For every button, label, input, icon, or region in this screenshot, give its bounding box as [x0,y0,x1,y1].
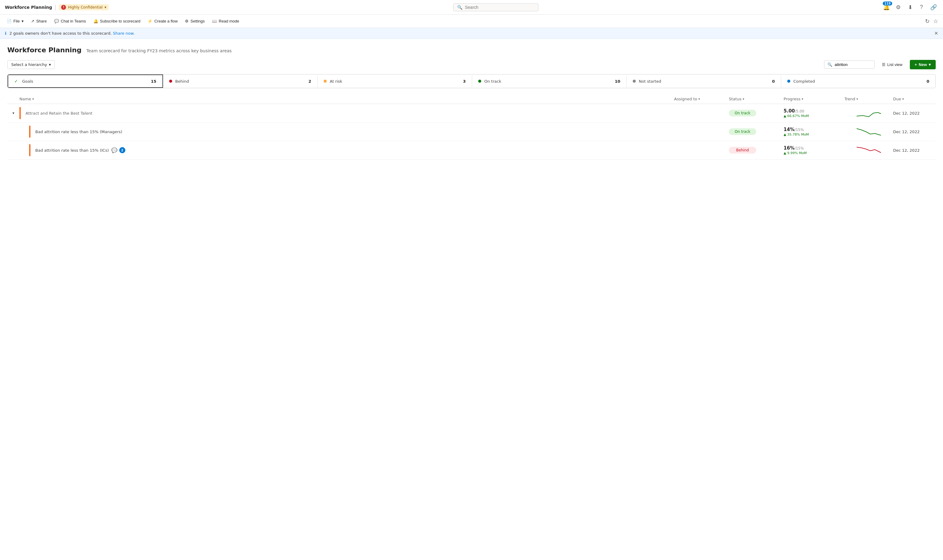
status-badge: Behind [729,147,756,154]
trend-cell [844,144,893,156]
chevron-down-icon: ▾ [698,97,700,101]
comment-count: 2 [119,147,125,153]
col-progress[interactable]: Progress ▾ [784,97,844,101]
trend-cell [844,107,893,119]
search-small-box[interactable]: 🔍 [824,60,875,69]
confidential-label: Highly Confidential [68,5,103,9]
due-date: Dec 12, 2022 [893,148,936,152]
share-icon-button[interactable]: 🔗 [929,3,938,12]
progress-mom: ▲ 35.78% MoM [784,132,844,137]
page-title: Workforce Planning [7,46,82,54]
stat-goals[interactable]: ✓ Goals 15 [8,74,163,88]
hierarchy-select[interactable]: Select a hierarchy ▾ [7,60,55,69]
list-icon: ☰ [882,62,886,67]
chevron-down-icon: ▾ [12,111,14,115]
status-bar [29,126,31,138]
progress-mom: ▲ 9.99% MoM [784,151,844,155]
banner-text: ℹ 2 goals owners don't have access to th… [5,31,135,35]
new-button[interactable]: + New ▾ [910,60,936,69]
stat-atrisk[interactable]: At risk 3 [317,75,472,87]
row-collapse-icon[interactable]: ▾ [7,111,20,115]
refresh-button[interactable]: ↻ [924,17,931,26]
banner-close-button[interactable]: ✕ [934,31,938,36]
chevron-down-icon: ▾ [801,97,803,101]
notification-button[interactable]: 🔔 119 [883,4,890,10]
chevron-down-icon: ▾ [743,97,744,101]
list-view-button[interactable]: ☰ List view [878,60,906,69]
create-flow-button[interactable]: ⚡ Create a flow [145,17,181,25]
confidential-icon: ! [61,5,66,10]
progress-target: /5.00 [795,109,804,114]
file-menu-button[interactable]: 📄 File ▾ [4,17,27,25]
read-mode-button[interactable]: 📖 Read mode [209,17,242,25]
info-banner: ℹ 2 goals owners don't have access to th… [0,28,943,39]
flow-icon: ⚡ [148,19,153,23]
notification-badge: 119 [883,2,892,6]
progress-value: 14% [784,127,795,132]
main-content: Workforce Planning Team scorecard for tr… [0,39,943,160]
top-bar: Workforce Planning | ! Highly Confidenti… [0,0,943,15]
col-name[interactable]: Name ▾ [20,97,674,101]
col-trend[interactable]: Trend ▾ [844,97,893,101]
chevron-down-icon: ▾ [22,19,24,23]
status-bar [20,107,21,119]
share-now-link[interactable]: Share now. [113,31,134,35]
controls-row: Select a hierarchy ▾ 🔍 ☰ List view + New… [7,60,936,69]
download-button[interactable]: ⬇ [907,3,914,12]
stat-notstarted[interactable]: Not started 0 [627,75,781,87]
chat-in-teams-button[interactable]: 💬 Chat in Teams [51,17,89,25]
gear-icon: ⚙ [185,19,189,23]
help-button[interactable]: ? [919,3,924,12]
table-row: ▾ Attract and Retain the Best Talent On … [7,104,936,123]
progress-cell: 5.00/5.00 ▲ 66.67% MoM [784,108,844,118]
search-icon: 🔍 [457,5,462,10]
ontrack-dot [478,80,481,83]
col-status[interactable]: Status ▾ [729,97,784,101]
share-button[interactable]: ↗ Share [28,17,50,25]
row-name-cell: Attract and Retain the Best Talent [20,107,674,119]
info-icon: ℹ [5,31,6,35]
status-cell: On track [729,128,784,135]
top-bar-left: Workforce Planning | ! Highly Confidenti… [5,4,109,10]
toolbar: 📄 File ▾ ↗ Share 💬 Chat in Teams 🔔 Subsc… [0,15,943,28]
favorite-button[interactable]: ☆ [932,17,939,26]
app-title: Workforce Planning [5,5,52,10]
status-badge: On track [729,128,756,135]
comment-icon: 💬 [111,148,117,153]
due-date: Dec 12, 2022 [893,111,936,115]
filter-search-input[interactable] [835,62,871,67]
subscribe-icon: 🔔 [93,19,98,23]
notstarted-dot [633,80,636,83]
chevron-down-icon: ▾ [32,97,34,101]
global-search-input[interactable] [465,5,535,10]
stat-ontrack[interactable]: On track 10 [472,75,627,87]
confidential-badge: ! Highly Confidential ▾ [59,4,109,10]
separator: | [54,4,56,10]
progress-target: /15% [795,128,804,132]
settings-icon-button[interactable]: ⚙ [895,3,902,12]
global-search-box[interactable]: 🔍 [453,3,538,11]
chevron-down-icon: ▾ [857,97,858,101]
col-assigned[interactable]: Assigned to ▾ [674,97,729,101]
stat-behind[interactable]: Behind 2 [163,75,317,87]
trend-chart [857,126,881,138]
chevron-down-icon: ▾ [104,5,106,9]
book-icon: 📖 [212,19,217,23]
teams-icon: 💬 [54,19,59,23]
stats-row: ✓ Goals 15 Behind 2 At risk 3 On track 1… [7,74,936,88]
plus-icon: + [915,62,917,67]
col-due[interactable]: Due ▾ [893,97,936,101]
row-name-cell: Bad attrition rate less than 15% (Manage… [20,126,674,138]
page-subtitle: Team scorecard for tracking FY23 metrics… [86,48,232,53]
search-icon: 🔍 [827,62,832,67]
settings-button[interactable]: ⚙ Settings [182,17,208,25]
comment-indicator[interactable]: 💬 2 [111,147,125,153]
stat-completed[interactable]: Completed 0 [781,75,935,87]
atrisk-dot [324,80,327,83]
behind-dot [169,80,172,83]
subscribe-button[interactable]: 🔔 Subscribe to scorecard [90,17,143,25]
file-icon: 📄 [7,19,12,23]
chevron-down-icon: ▾ [929,62,931,67]
trend-chart [857,107,881,119]
goal-name: Attract and Retain the Best Talent [26,111,92,115]
